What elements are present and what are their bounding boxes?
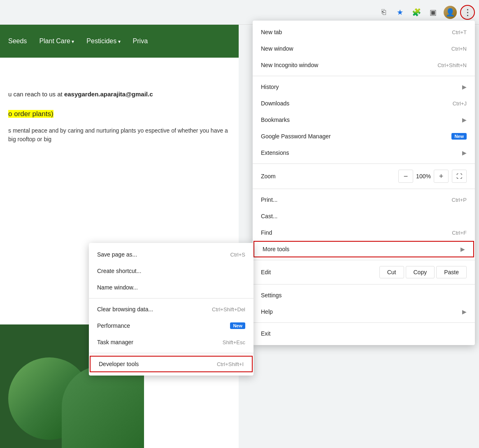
zoom-fullscreen-button[interactable]: ⛶	[452, 170, 467, 183]
menu-new-incognito[interactable]: New Incognito window Ctrl+Shift+N	[253, 57, 475, 73]
sidebar-icon[interactable]: ▣	[426, 5, 440, 20]
divider-6	[253, 322, 475, 323]
menu-exit[interactable]: Exit	[253, 325, 475, 342]
divider-5	[253, 284, 475, 285]
divider-2	[253, 163, 475, 164]
submenu-task-manager[interactable]: Task manager Shift+Esc	[89, 334, 253, 350]
extensions-icon[interactable]: 🧩	[409, 5, 424, 20]
submenu-divider-1	[89, 298, 253, 299]
zoom-plus-button[interactable]: +	[434, 170, 449, 183]
menu-password-manager[interactable]: Google Password Manager New	[253, 128, 475, 145]
menu-new-tab[interactable]: New tab Ctrl+T	[253, 24, 475, 40]
zoom-minus-button[interactable]: −	[398, 170, 413, 183]
submenu-save-page[interactable]: Save page as... Ctrl+S	[89, 246, 253, 263]
menu-find[interactable]: Find Ctrl+F	[253, 224, 475, 241]
nav-seeds: Seeds	[8, 37, 27, 45]
site-nav: Seeds Plant Care Pesticides Priva	[0, 25, 239, 58]
chrome-menu: New tab Ctrl+T New window Ctrl+N New Inc…	[253, 21, 475, 345]
page-background: Seeds Plant Care Pesticides Priva u can …	[0, 0, 239, 448]
edit-copy-button[interactable]: Copy	[406, 266, 435, 278]
edit-paste-button[interactable]: Paste	[436, 266, 467, 278]
zoom-value: 100%	[413, 173, 434, 180]
zoom-row: Zoom − 100% + ⛶	[253, 166, 475, 186]
menu-settings[interactable]: Settings	[253, 287, 475, 303]
menu-bookmarks[interactable]: Bookmarks ▶	[253, 112, 475, 128]
order-line: o order plants)	[8, 110, 230, 118]
bookmark-star-icon[interactable]: ★	[393, 5, 407, 20]
submenu-create-shortcut[interactable]: Create shortcut...	[89, 263, 253, 279]
edit-cut-button[interactable]: Cut	[379, 266, 404, 278]
para-text: s mental peace and by caring and nurturi…	[8, 126, 230, 144]
menu-cast[interactable]: Cast...	[253, 208, 475, 224]
divider-3	[253, 189, 475, 189]
nav-plant-care: Plant Care	[39, 37, 74, 45]
share-icon[interactable]: ⎗	[376, 5, 391, 20]
page-content: u can reach to us at easygarden.aparajit…	[0, 58, 239, 152]
divider-1	[253, 76, 475, 76]
email-line: u can reach to us at easygarden.aparajit…	[8, 91, 230, 98]
chrome-menu-button[interactable]: ⋮	[460, 5, 475, 20]
menu-more-tools[interactable]: More tools ▶	[253, 241, 474, 257]
more-tools-submenu: Save page as... Ctrl+S Create shortcut..…	[89, 243, 253, 376]
nav-pesticides: Pesticides	[86, 37, 120, 45]
edit-row: Edit Cut Copy Paste	[253, 263, 475, 282]
menu-extensions[interactable]: Extensions ▶	[253, 145, 475, 161]
divider-4	[253, 260, 475, 260]
menu-history[interactable]: History ▶	[253, 79, 475, 95]
avatar-circle: 👤	[444, 6, 457, 19]
submenu-name-window[interactable]: Name window...	[89, 279, 253, 296]
menu-new-window[interactable]: New window Ctrl+N	[253, 40, 475, 57]
submenu-performance[interactable]: Performance New	[89, 317, 253, 334]
menu-help[interactable]: Help ▶	[253, 303, 475, 320]
menu-print[interactable]: Print... Ctrl+P	[253, 191, 475, 208]
avatar[interactable]: 👤	[442, 4, 458, 21]
submenu-developer-tools[interactable]: Developer tools Ctrl+Shift+I	[90, 356, 253, 372]
submenu-divider-2	[89, 353, 253, 353]
nav-priva: Priva	[133, 37, 148, 45]
submenu-clear-browsing[interactable]: Clear browsing data... Ctrl+Shift+Del	[89, 301, 253, 317]
menu-downloads[interactable]: Downloads Ctrl+J	[253, 95, 475, 112]
zoom-controls: − 100% +	[398, 170, 449, 183]
